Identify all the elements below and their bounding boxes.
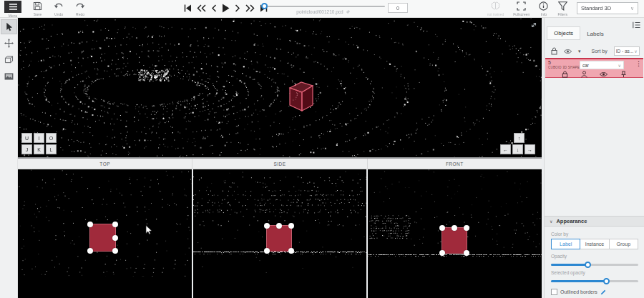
rotation-keypad: U I O J K L bbox=[21, 131, 57, 154]
chevron-down-icon: ∨ bbox=[550, 219, 552, 224]
object-visibility-icon[interactable] bbox=[600, 71, 608, 77]
redo-label: Redo bbox=[76, 12, 84, 16]
workspace: U I O J K L ↑ ← ↓ → bbox=[18, 18, 544, 298]
opacity-label: Opacity bbox=[551, 254, 638, 259]
tool-rail bbox=[0, 18, 18, 298]
layout-select[interactable]: Standard 3D ∨ bbox=[577, 2, 638, 14]
object-menu-icon[interactable]: ⋮ bbox=[635, 60, 642, 67]
object-instance-icon[interactable] bbox=[581, 71, 587, 78]
undo-button[interactable]: Undo bbox=[54, 1, 64, 16]
object-pin-icon[interactable] bbox=[620, 71, 627, 78]
appearance-title: Appearance bbox=[556, 218, 587, 224]
sort-select[interactable]: ID - as... ∨ bbox=[614, 46, 640, 56]
menu-button[interactable]: Menu bbox=[4, 1, 21, 18]
top-ortho-view[interactable] bbox=[18, 169, 192, 298]
arrow-down-key[interactable]: ↓ bbox=[512, 144, 523, 154]
resize-handle[interactable] bbox=[264, 248, 270, 254]
object-lock-icon[interactable] bbox=[562, 71, 568, 78]
fast-backward-button[interactable] bbox=[197, 4, 206, 12]
color-mode-group-button[interactable]: Group bbox=[609, 239, 638, 249]
sort-select-value: ID - as... bbox=[616, 49, 634, 54]
front-view-canvas bbox=[368, 169, 542, 277]
resize-handle[interactable] bbox=[439, 225, 445, 231]
redo-icon bbox=[75, 1, 85, 11]
main-3d-canvas bbox=[18, 18, 542, 157]
key-i[interactable]: I bbox=[34, 133, 44, 143]
frame-timeline: pointcloud/001210.pcd bbox=[262, 0, 385, 18]
outlined-borders-checkbox[interactable] bbox=[551, 289, 557, 295]
key-l[interactable]: L bbox=[46, 144, 57, 154]
filters-button[interactable]: Filters bbox=[557, 1, 567, 16]
side-ortho-view[interactable] bbox=[193, 169, 367, 298]
expand-view-icon[interactable] bbox=[530, 21, 537, 29]
opacity-slider[interactable] bbox=[551, 264, 638, 266]
key-u[interactable]: U bbox=[21, 133, 32, 143]
timeline-track[interactable] bbox=[262, 6, 385, 7]
prev-frame-button[interactable] bbox=[211, 4, 217, 12]
resize-handle[interactable] bbox=[276, 223, 282, 229]
object-id: 5 bbox=[548, 60, 551, 65]
lock-all-icon[interactable] bbox=[551, 47, 557, 55]
color-mode-label-button[interactable]: Label bbox=[551, 239, 580, 249]
pan-keypad: ↑ ← ↓ → bbox=[500, 131, 538, 154]
resize-handle[interactable] bbox=[112, 222, 118, 227]
arrow-left-key[interactable]: ← bbox=[500, 144, 511, 154]
play-button[interactable] bbox=[222, 4, 230, 13]
info-button[interactable]: Info bbox=[539, 1, 548, 16]
front-ortho-view[interactable] bbox=[368, 169, 542, 298]
resize-handle[interactable] bbox=[264, 223, 270, 229]
cuboid-tool-button[interactable] bbox=[1, 53, 16, 66]
key-j[interactable]: J bbox=[21, 144, 32, 154]
fullscreen-button[interactable]: Fullscreen bbox=[513, 1, 530, 16]
object-class-value: car bbox=[582, 63, 589, 68]
object-class-select[interactable]: car ∨ bbox=[580, 61, 624, 69]
object-item-car[interactable]: 5 CUBOID 3D SHAPE car ∨ ⋮ bbox=[545, 58, 643, 78]
sort-by-label: Sort by bbox=[592, 49, 608, 54]
visibility-all-icon[interactable] bbox=[564, 49, 572, 54]
resize-handle[interactable] bbox=[87, 248, 93, 254]
save-button[interactable]: Save bbox=[33, 1, 42, 16]
perspective-3d-view[interactable]: U I O J K L ↑ ← ↓ → bbox=[18, 18, 542, 157]
redo-button[interactable]: Redo bbox=[75, 1, 85, 16]
appearance-header[interactable]: ∨ Appearance bbox=[545, 216, 644, 227]
ai-model-button[interactable]: not trained bbox=[487, 1, 504, 16]
layout-select-value: Standard 3D bbox=[581, 5, 611, 11]
resize-handle[interactable] bbox=[452, 225, 457, 231]
tab-labels[interactable]: Labels bbox=[580, 28, 610, 40]
cuboid-top-projection[interactable] bbox=[89, 224, 116, 252]
cuboid-side-projection[interactable] bbox=[266, 225, 292, 252]
resize-handle[interactable] bbox=[112, 248, 118, 254]
cuboid-front-projection[interactable] bbox=[441, 227, 467, 254]
arrow-right-key[interactable]: → bbox=[525, 144, 535, 154]
resize-handle[interactable] bbox=[87, 222, 93, 227]
cuboid-annotation-3d[interactable] bbox=[283, 76, 318, 115]
next-frame-button[interactable] bbox=[235, 4, 240, 12]
resize-handle[interactable] bbox=[288, 223, 294, 229]
arrow-up-key[interactable]: ↑ bbox=[514, 133, 525, 143]
ai-model-label: not trained bbox=[487, 12, 504, 16]
selected-opacity-slider[interactable] bbox=[551, 280, 638, 282]
fast-forward-button[interactable] bbox=[245, 4, 255, 12]
frame-number-input[interactable] bbox=[388, 3, 408, 13]
resize-handle[interactable] bbox=[112, 235, 118, 241]
cuboid-icon bbox=[4, 56, 14, 64]
edit-pencil-icon[interactable] bbox=[600, 289, 606, 295]
expand-all-icon[interactable]: ▾ bbox=[578, 49, 581, 54]
slider-knob[interactable] bbox=[603, 278, 610, 284]
panel-toggle-icon[interactable] bbox=[633, 21, 640, 29]
pointcloud-labeling-app: Menu Save Undo Redo bbox=[0, 0, 644, 298]
key-k[interactable]: K bbox=[34, 144, 44, 154]
skip-first-button[interactable] bbox=[184, 4, 192, 12]
top-toolbar: Menu Save Undo Redo bbox=[0, 0, 644, 18]
save-icon bbox=[33, 1, 42, 11]
timeline-knob[interactable] bbox=[261, 3, 268, 9]
tab-objects[interactable]: Objects bbox=[547, 26, 580, 40]
image-context-tool-button[interactable] bbox=[1, 69, 16, 83]
color-mode-instance-button[interactable]: Instance bbox=[580, 239, 609, 249]
slider-knob[interactable] bbox=[585, 262, 591, 268]
move-tool-button[interactable] bbox=[1, 36, 16, 50]
select-tool-button[interactable] bbox=[1, 20, 16, 34]
key-o[interactable]: O bbox=[46, 133, 57, 143]
link-icon[interactable] bbox=[346, 9, 351, 14]
resize-handle[interactable] bbox=[288, 248, 294, 254]
